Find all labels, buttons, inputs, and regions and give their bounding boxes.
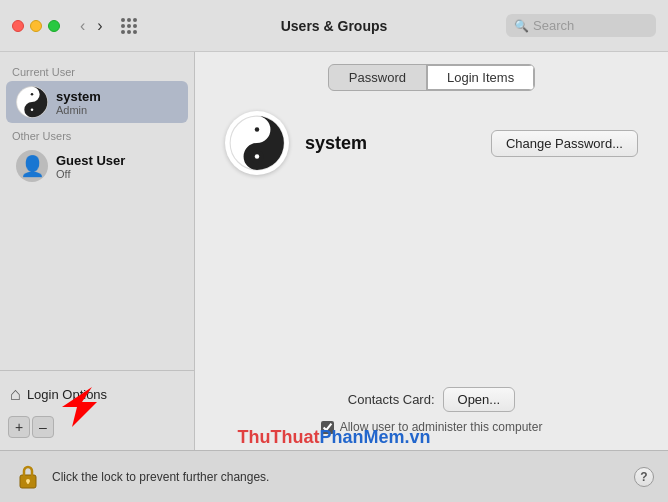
sidebar-item-guest[interactable]: 👤 Guest User Off bbox=[6, 145, 188, 187]
open-contacts-button[interactable]: Open... bbox=[443, 387, 516, 412]
help-button[interactable]: ? bbox=[634, 467, 654, 487]
statusbar-text: Click the lock to prevent further change… bbox=[52, 470, 634, 484]
sidebar: Current User system Admin Other Users bbox=[0, 52, 195, 450]
nav-arrows: ‹ › bbox=[76, 16, 107, 36]
tab-password[interactable]: Password bbox=[329, 65, 426, 90]
close-button[interactable] bbox=[12, 20, 24, 32]
search-box[interactable]: 🔍 Search bbox=[506, 14, 656, 37]
tab-group: Password Login Items bbox=[328, 64, 535, 91]
user-display-name: system bbox=[305, 133, 491, 154]
svg-point-8 bbox=[255, 127, 259, 131]
avatar-guest: 👤 bbox=[16, 150, 48, 182]
statusbar: Click the lock to prevent further change… bbox=[0, 450, 668, 502]
traffic-lights bbox=[12, 20, 60, 32]
current-user-label: Current User bbox=[0, 60, 194, 80]
user-header: system Change Password... bbox=[215, 111, 648, 175]
home-icon: ⌂ bbox=[10, 384, 21, 405]
sidebar-buttons: + – bbox=[0, 412, 194, 444]
sidebar-username-system: system bbox=[56, 89, 101, 104]
remove-user-button[interactable]: – bbox=[32, 416, 54, 438]
contacts-row: Contacts Card: Open... bbox=[215, 387, 648, 412]
search-placeholder: Search bbox=[533, 18, 574, 33]
content-panel: Password Login Items system Change Passw… bbox=[195, 52, 668, 450]
svg-point-3 bbox=[31, 93, 34, 96]
lock-icon-wrap[interactable] bbox=[14, 463, 42, 491]
titlebar: ‹ › Users & Groups 🔍 Search bbox=[0, 0, 668, 52]
tab-login-items[interactable]: Login Items bbox=[427, 65, 534, 90]
user-avatar-large bbox=[225, 111, 289, 175]
apps-grid-icon[interactable] bbox=[121, 18, 137, 34]
change-password-button[interactable]: Change Password... bbox=[491, 130, 638, 157]
sidebar-role-guest: Off bbox=[56, 168, 125, 180]
login-options-item[interactable]: ⌂ Login Options bbox=[0, 377, 194, 412]
main-content: Current User system Admin Other Users bbox=[0, 52, 668, 450]
search-icon: 🔍 bbox=[514, 19, 529, 33]
sidebar-role-system: Admin bbox=[56, 104, 101, 116]
sidebar-username-guest: Guest User bbox=[56, 153, 125, 168]
sidebar-item-system[interactable]: system Admin bbox=[6, 81, 188, 123]
svg-point-9 bbox=[255, 154, 259, 158]
checkbox-row: Allow user to administer this computer bbox=[215, 420, 648, 434]
fullscreen-button[interactable] bbox=[48, 20, 60, 32]
user-info-guest: Guest User Off bbox=[56, 153, 125, 180]
user-info-system: system Admin bbox=[56, 89, 101, 116]
minimize-button[interactable] bbox=[30, 20, 42, 32]
administer-label: Allow user to administer this computer bbox=[340, 420, 543, 434]
forward-arrow[interactable]: › bbox=[93, 16, 106, 36]
contacts-label: Contacts Card: bbox=[348, 392, 435, 407]
login-options-label: Login Options bbox=[27, 387, 107, 402]
svg-point-4 bbox=[31, 108, 34, 111]
administer-checkbox[interactable] bbox=[321, 421, 334, 434]
add-user-button[interactable]: + bbox=[8, 416, 30, 438]
window-title: Users & Groups bbox=[281, 18, 388, 34]
lock-icon bbox=[16, 463, 40, 491]
tab-row: Password Login Items bbox=[215, 64, 648, 91]
avatar-system bbox=[16, 86, 48, 118]
back-arrow[interactable]: ‹ bbox=[76, 16, 89, 36]
svg-rect-13 bbox=[27, 481, 29, 484]
sidebar-bottom: ⌂ Login Options + – bbox=[0, 370, 194, 450]
other-users-label: Other Users bbox=[0, 124, 194, 144]
